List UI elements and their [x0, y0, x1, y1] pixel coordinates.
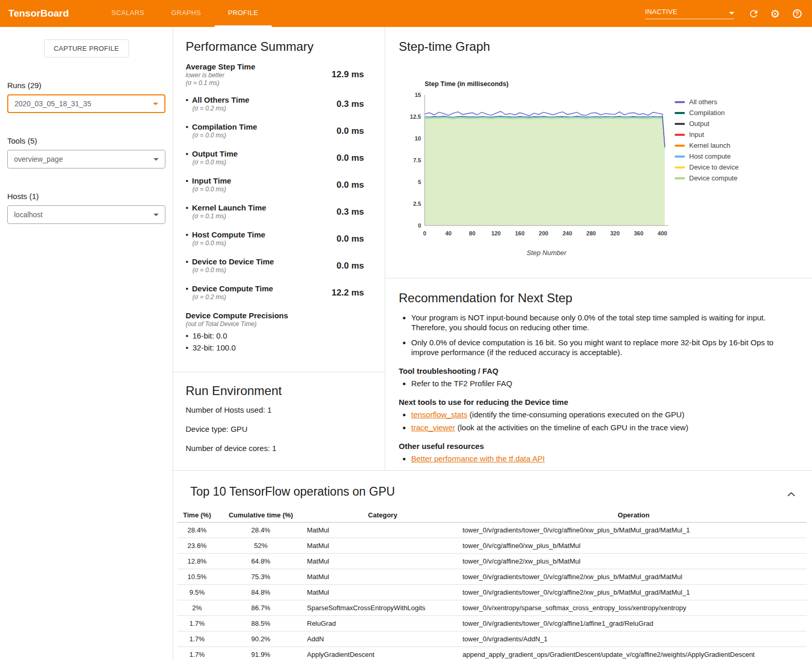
faq-heading: Tool troubleshooting / FAQ	[399, 367, 788, 375]
metric-sigma: (σ = 0.0 ms)	[192, 240, 265, 247]
legend-label: All others	[689, 98, 717, 106]
metric-list: All Others Time (σ = 0.2 ms) 0.3 ms Comp…	[186, 95, 364, 301]
tool-link[interactable]: tensorflow_stats	[411, 410, 467, 419]
next-tools-heading: Next tools to use for reducing the Devic…	[399, 398, 788, 406]
tab-scalars[interactable]: SCALARS	[98, 0, 158, 27]
run-environment-title: Run Environment	[186, 384, 372, 398]
run-environment-section: Run Environment Number of Hosts used: 1 …	[173, 372, 385, 463]
legend-label: Device to device	[689, 163, 738, 171]
svg-text:200: 200	[539, 230, 548, 236]
tool-link[interactable]: trace_viewer	[411, 423, 455, 432]
legend-swatch	[675, 145, 685, 147]
metric-sigma: (σ = 0.0 ms)	[192, 159, 237, 166]
tab-graphs[interactable]: GRAPHS	[158, 0, 214, 27]
recommendation-title: Recommendation for Next Step	[399, 291, 788, 305]
metric-value: 12.2 ms	[332, 288, 364, 298]
tools-label: Tools (5)	[7, 136, 165, 145]
legend-swatch	[675, 166, 685, 168]
svg-text:2.5: 2.5	[413, 201, 421, 207]
header-actions: INACTIVE ⚙ ?	[645, 0, 804, 27]
step-time-graph-title: Step-time Graph	[399, 39, 812, 54]
metric-label: Input Time	[186, 176, 231, 186]
cell-cumulative: 28.4%	[217, 523, 305, 538]
metric-sigma: (σ = 0.1 ms)	[192, 213, 266, 220]
metric-label: Kernel Launch Time	[186, 203, 266, 213]
cell-category: ReluGrad	[305, 616, 460, 631]
legend-label: Input	[689, 131, 704, 138]
chevron-down-icon	[153, 103, 158, 105]
legend-swatch	[675, 134, 685, 136]
cell-operation: tower_0/v/gradients/tower_0/v/cg/affine0…	[460, 523, 807, 538]
hosts-select[interactable]: localhost	[7, 205, 165, 224]
svg-text:320: 320	[610, 230, 620, 236]
metric-row: Device to Device Time (σ = 0.0 ms) 0.0 m…	[186, 257, 364, 274]
cell-time: 10.5%	[177, 569, 217, 585]
cell-cumulative: 91.9%	[217, 647, 305, 661]
precisions-note: (out of Total Device Time)	[186, 320, 364, 328]
help-button[interactable]: ?	[790, 7, 804, 20]
settings-button[interactable]: ⚙	[768, 7, 782, 20]
cell-operation: tower_0/v/xentropy/sparse_softmax_cross_…	[460, 600, 807, 616]
metric-sigma: (σ = 0.0 ms)	[192, 132, 257, 139]
cell-operation: append_apply_gradient_ops/GradientDescen…	[460, 647, 807, 661]
runs-select[interactable]: 2020_03_05_18_31_35	[7, 94, 165, 113]
device-compute-precisions: Device Compute Precisions (out of Total …	[186, 311, 364, 352]
svg-text:7.5: 7.5	[413, 157, 421, 163]
col-header-cumulative: Cumulative time (%)	[217, 507, 305, 523]
tab-profile[interactable]: PROFILE	[215, 0, 272, 27]
cell-time: 12.8%	[177, 554, 217, 569]
legend-item: Compilation	[675, 107, 738, 118]
metric-value: 0.0 ms	[337, 261, 364, 271]
metric-sigma: (σ = 0.2 ms)	[192, 293, 273, 301]
svg-text:15: 15	[415, 92, 421, 98]
collapse-button[interactable]	[785, 488, 797, 500]
tools-select[interactable]: overview_page	[7, 150, 165, 168]
cell-time: 2%	[177, 600, 217, 616]
cell-cumulative: 75.3%	[217, 569, 305, 585]
table-row: 23.6% 52% MatMul tower_0/v/cg/affine0/xw…	[177, 538, 807, 554]
runs-label: Runs (29)	[7, 81, 165, 90]
precision-item: 32-bit: 100.0	[186, 343, 364, 352]
step-time-graph-section: Step-time Graph Step Time (in millisecon…	[385, 27, 812, 278]
table-row: 12.8% 64.8% MatMul tower_0/v/cg/affine2/…	[177, 554, 807, 569]
precision-item: 16-bit: 0.0	[186, 331, 364, 340]
cell-time: 1.7%	[177, 647, 217, 661]
environment-line: Number of device cores: 1	[186, 444, 372, 453]
metric-label: Compilation Time	[186, 122, 257, 132]
metric-label: Device to Device Time	[186, 257, 274, 266]
other-resources-heading: Other useful resources	[399, 442, 788, 451]
metric-sigma: (σ = 0.0 ms)	[192, 186, 231, 193]
precisions-label: Device Compute Precisions	[186, 311, 364, 320]
cell-time: 9.5%	[177, 585, 217, 600]
cell-category: ApplyGradientDescent	[305, 647, 460, 661]
capture-profile-button[interactable]: CAPTURE PROFILE	[44, 39, 129, 58]
recommendation-section: Recommendation for Next Step Your progra…	[385, 278, 812, 463]
metric-value: 0.0 ms	[337, 234, 364, 244]
refresh-icon	[748, 8, 759, 19]
recommendation-bullet: Only 0.0% of device computation is 16 bi…	[411, 337, 788, 357]
svg-text:0: 0	[423, 230, 426, 236]
metric-sigma: (σ = 0.0 ms)	[192, 266, 274, 274]
hosts-label: Hosts (1)	[7, 192, 165, 201]
cell-category: SparseSoftmaxCrossEntropyWithLogits	[305, 600, 460, 616]
cell-category: MatMul	[305, 538, 460, 554]
table-row: 9.5% 84.8% MatMul tower_0/v/gradients/to…	[177, 585, 807, 600]
cell-category: MatMul	[305, 585, 460, 600]
cell-cumulative: 52%	[217, 538, 305, 554]
status-dropdown[interactable]: INACTIVE	[645, 8, 734, 19]
svg-text:240: 240	[563, 230, 572, 236]
cell-category: MatMul	[305, 554, 460, 569]
svg-text:360: 360	[634, 230, 643, 236]
col-header-category: Category	[305, 507, 460, 523]
cell-cumulative: 84.8%	[217, 585, 305, 600]
svg-text:0: 0	[418, 222, 421, 229]
resource-link[interactable]: Better performance with the tf.data API	[411, 454, 545, 463]
refresh-button[interactable]	[747, 7, 760, 20]
cell-category: MatMul	[305, 523, 460, 538]
metric-value: 0.0 ms	[337, 153, 364, 163]
table-row: 10.5% 75.3% MatMul tower_0/v/gradients/t…	[177, 569, 807, 585]
tool-description: (identify the time-consuming operations …	[467, 410, 684, 419]
cell-operation: tower_0/v/cg/affine2/xw_plus_b/MatMul	[460, 554, 807, 569]
average-step-time-row: Average Step Time lower is better (σ = 0…	[186, 62, 364, 87]
legend-item: Device compute	[675, 173, 738, 184]
